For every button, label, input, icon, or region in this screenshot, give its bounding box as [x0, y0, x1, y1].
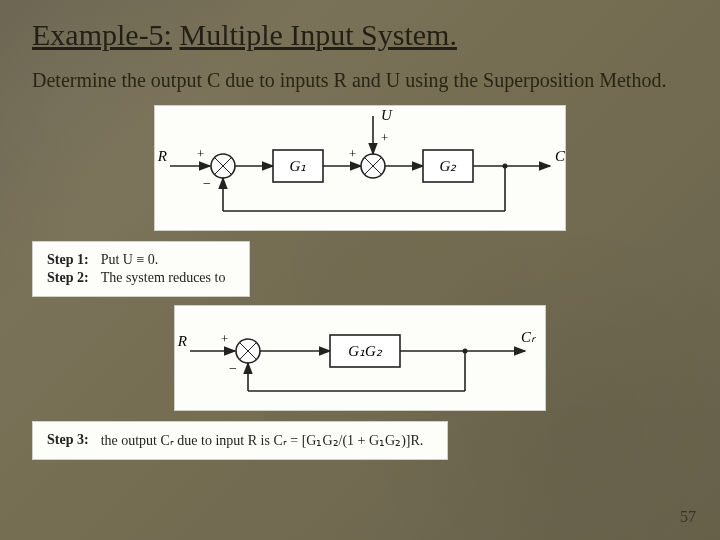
subtitle: Determine the output C due to inputs R a… — [32, 68, 688, 93]
diagram-2-wrap: R + G₁G₂ Cᵣ − — [32, 305, 688, 411]
block-diagram-1: R + G₁ + U + — [155, 106, 565, 226]
label-R2: R — [177, 333, 187, 349]
step2-label: Step 2: — [47, 270, 99, 286]
diagram-2: R + G₁G₂ Cᵣ − — [174, 305, 546, 411]
title-prefix: Example-5: — [32, 18, 172, 51]
label-minus-2: − — [229, 361, 237, 376]
diagram-1: R + G₁ + U + — [154, 105, 566, 231]
label-G2: G₂ — [440, 158, 458, 174]
steps-12: Step 1: Put U ≡ 0. Step 2: The system re… — [32, 241, 250, 297]
slide: Example-5: Multiple Input System. Determ… — [0, 0, 720, 540]
block-diagram-2: R + G₁G₂ Cᵣ − — [175, 306, 545, 406]
label-G1G2: G₁G₂ — [348, 343, 383, 359]
label-C: C — [555, 148, 565, 164]
label-plus-2: + — [349, 146, 356, 161]
label-plus-4: + — [221, 331, 228, 346]
step-3: Step 3: the output Cᵣ due to input R is … — [32, 421, 448, 460]
step2-text: The system reduces to — [101, 270, 236, 286]
label-U: U — [381, 107, 393, 123]
label-R: R — [157, 148, 167, 164]
page-title: Example-5: Multiple Input System. — [32, 18, 688, 52]
step3-label: Step 3: — [47, 432, 99, 449]
label-CR: Cᵣ — [521, 329, 537, 345]
label-G1: G₁ — [290, 158, 307, 174]
title-main: Multiple Input System. — [179, 18, 457, 51]
step1-label: Step 1: — [47, 252, 99, 268]
label-plus-1: + — [197, 146, 204, 161]
diagram-1-wrap: R + G₁ + U + — [32, 105, 688, 231]
label-minus-1: − — [203, 176, 211, 191]
step3-text: the output Cᵣ due to input R is Cᵣ = [G₁… — [101, 432, 434, 449]
page-number: 57 — [680, 508, 696, 526]
label-plus-3: + — [381, 130, 388, 145]
step1-text: Put U ≡ 0. — [101, 252, 236, 268]
